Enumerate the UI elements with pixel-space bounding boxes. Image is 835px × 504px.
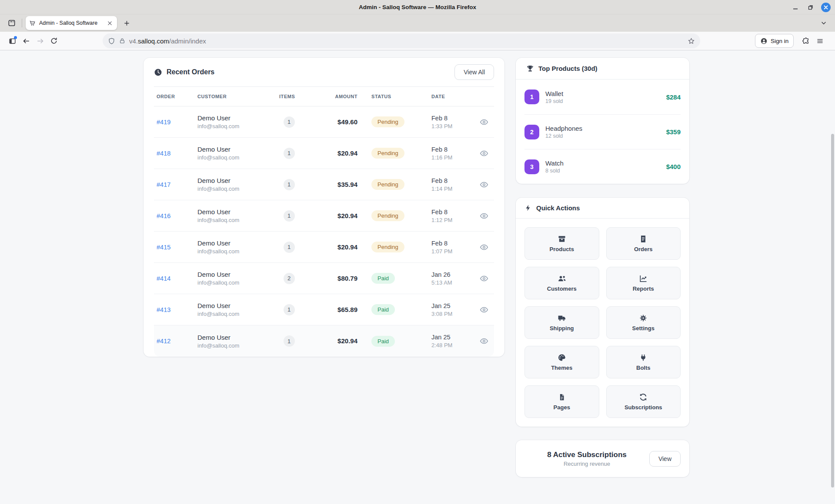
order-link[interactable]: #418 xyxy=(157,150,170,157)
shield-icon[interactable] xyxy=(108,37,115,45)
table-row: #412 Demo User info@salloq.com 1 $20.94 … xyxy=(154,325,494,357)
chart-line-icon xyxy=(639,274,648,283)
quick-action-label: Bolts xyxy=(636,365,651,371)
table-row: #417 Demo User info@salloq.com 1 $35.94 … xyxy=(154,169,494,200)
window-title: Admin - Salloq Software — Mozilla Firefo… xyxy=(359,4,476,10)
new-tab-button[interactable] xyxy=(120,17,133,29)
tab-title: Admin - Salloq Software xyxy=(39,20,102,26)
quick-action-tile[interactable]: Pages xyxy=(524,385,599,418)
top-products-card: Top Products (30d) 1 Wallet 19 sold $284… xyxy=(516,58,689,184)
lock-icon[interactable] xyxy=(119,37,126,44)
quick-action-tile[interactable]: Themes xyxy=(524,346,599,378)
subscriptions-title: 8 Active Subscriptions xyxy=(524,451,649,459)
top-products-list: 1 Wallet 19 sold $284 2 Headphones 12 so… xyxy=(516,80,689,184)
amount-value: $49.60 xyxy=(337,118,357,126)
items-badge: 1 xyxy=(284,148,295,159)
minimize-button[interactable] xyxy=(791,3,800,12)
view-order-eye-icon[interactable] xyxy=(478,335,491,348)
page-scrollbar[interactable] xyxy=(831,134,834,487)
order-link[interactable]: #417 xyxy=(157,181,170,188)
tab-close-icon[interactable] xyxy=(106,19,114,27)
column-header: Order xyxy=(154,94,197,99)
view-order-eye-icon[interactable] xyxy=(478,209,491,222)
orders-table-header: OrderCustomerItemsAmountStatusDate xyxy=(154,86,494,106)
customer-email: info@salloq.com xyxy=(197,279,271,286)
view-order-eye-icon[interactable] xyxy=(478,241,491,254)
top-products-title: Top Products (30d) xyxy=(538,65,598,72)
subscriptions-banner-card: 8 Active Subscriptions Recurring revenue… xyxy=(516,440,689,477)
quick-action-tile[interactable]: Orders xyxy=(606,227,681,260)
product-sold: 8 sold xyxy=(545,168,660,174)
extensions-icon[interactable] xyxy=(799,34,813,48)
top-product-row: 1 Wallet 19 sold $284 xyxy=(524,80,681,114)
users-icon xyxy=(557,274,567,283)
top-product-row: 2 Headphones 12 sold $359 xyxy=(524,114,681,149)
menu-hamburger-icon[interactable] xyxy=(813,34,827,48)
list-all-tabs-chevron-icon[interactable] xyxy=(818,17,830,29)
customer-name: Demo User xyxy=(197,208,271,216)
customer-email: info@salloq.com xyxy=(197,217,271,223)
recent-orders-card: Recent Orders View All OrderCustomerItem… xyxy=(144,58,504,357)
view-all-button[interactable]: View All xyxy=(454,64,494,80)
quick-action-tile[interactable]: Shipping xyxy=(524,306,599,339)
date-day: Feb 8 xyxy=(431,240,474,247)
product-price: $400 xyxy=(666,163,681,170)
product-sold: 12 sold xyxy=(545,133,660,139)
url-text[interactable]: v4.salloq.com/admin/index xyxy=(129,37,684,45)
window-titlebar: Admin - Salloq Software — Mozilla Firefo… xyxy=(0,0,835,14)
quick-action-tile[interactable]: Settings xyxy=(606,306,681,339)
order-link[interactable]: #414 xyxy=(157,275,170,282)
view-order-eye-icon[interactable] xyxy=(478,178,491,191)
order-link[interactable]: #413 xyxy=(157,306,170,313)
date-time: 2:48 PM xyxy=(431,342,474,348)
quick-action-label: Themes xyxy=(551,365,572,371)
firefox-view-icon[interactable] xyxy=(5,17,18,29)
date-day: Feb 8 xyxy=(431,177,474,184)
account-avatar-icon xyxy=(760,37,768,45)
order-link[interactable]: #412 xyxy=(157,338,170,345)
rank-badge: 1 xyxy=(524,90,539,104)
tab-admin-salloq[interactable]: Admin - Salloq Software xyxy=(26,16,117,30)
rotate-icon xyxy=(639,393,648,401)
url-bar[interactable]: v4.salloq.com/admin/index xyxy=(103,33,700,48)
quick-action-tile[interactable]: Products xyxy=(524,227,599,260)
view-order-eye-icon[interactable] xyxy=(478,272,491,285)
customer-name: Demo User xyxy=(197,114,271,122)
tabbar-separator xyxy=(22,19,22,27)
product-name: Watch xyxy=(545,159,660,167)
reload-icon[interactable] xyxy=(47,34,61,48)
subscriptions-view-button[interactable]: View xyxy=(649,451,681,467)
items-badge: 1 xyxy=(284,116,295,128)
view-order-eye-icon[interactable] xyxy=(478,116,491,129)
view-order-eye-icon[interactable] xyxy=(478,147,491,160)
lightning-icon xyxy=(524,204,532,212)
status-badge: Pending xyxy=(371,116,404,127)
order-link[interactable]: #419 xyxy=(157,119,170,126)
back-icon[interactable] xyxy=(19,34,33,48)
sidebar-toggle-icon[interactable] xyxy=(5,34,19,48)
quick-action-tile[interactable]: Bolts xyxy=(606,346,681,378)
restore-button[interactable] xyxy=(806,3,815,12)
column-header: Customer xyxy=(197,94,271,99)
quick-action-label: Products xyxy=(550,246,574,252)
sign-in-button[interactable]: Sign in xyxy=(755,34,794,48)
quick-action-label: Customers xyxy=(547,285,577,292)
items-badge: 1 xyxy=(284,335,295,347)
amount-value: $65.89 xyxy=(337,306,357,313)
date-time: 1:14 PM xyxy=(431,186,474,192)
forward-icon[interactable] xyxy=(33,34,47,48)
date-time: 1:12 PM xyxy=(431,217,474,223)
close-button[interactable] xyxy=(821,3,831,12)
bookmark-star-icon[interactable] xyxy=(688,37,695,45)
quick-action-tile[interactable]: Reports xyxy=(606,267,681,299)
rank-badge: 3 xyxy=(524,159,539,174)
order-link[interactable]: #416 xyxy=(157,212,170,219)
quick-action-tile[interactable]: Subscriptions xyxy=(606,385,681,418)
view-order-eye-icon[interactable] xyxy=(478,303,491,316)
product-name: Headphones xyxy=(545,125,660,132)
quick-action-tile[interactable]: Customers xyxy=(524,267,599,299)
recent-orders-title: Recent Orders xyxy=(167,68,214,76)
box-icon xyxy=(558,235,566,243)
rank-badge: 2 xyxy=(524,125,539,139)
order-link[interactable]: #415 xyxy=(157,244,170,251)
